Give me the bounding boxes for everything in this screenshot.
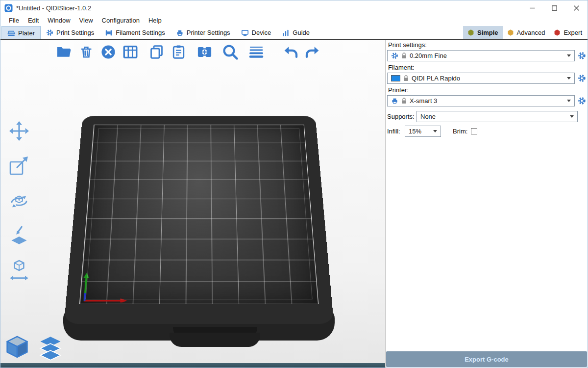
infill-brim-row: Infill: 15% Brim: — [387, 126, 586, 137]
minimize-button[interactable] — [521, 0, 543, 15]
tab-print-settings[interactable]: Print Settings — [41, 26, 99, 39]
menu-file[interactable]: File — [4, 15, 24, 26]
advanced-mode-icon — [507, 29, 514, 36]
search-button[interactable] — [221, 43, 239, 61]
mode-label: Expert — [564, 29, 582, 36]
main-area: Print settings: 0.20mm Fine — [0, 40, 588, 368]
search-icon — [221, 43, 239, 61]
undo-icon — [282, 44, 299, 60]
filament-combo[interactable]: QIDI PLA Rapido — [387, 73, 575, 84]
delete-all-icon — [100, 44, 117, 60]
printer-combo[interactable]: X-smart 3 — [387, 95, 575, 106]
mode-simple[interactable]: Simple — [463, 26, 503, 39]
tab-device[interactable]: Device — [236, 26, 277, 39]
guide-icon — [282, 29, 290, 37]
brim-checkbox[interactable] — [471, 128, 477, 134]
infill-combo[interactable]: 15% — [405, 126, 441, 137]
window-title: *Untitled - QIDISlicer-1.0.2 — [16, 4, 91, 12]
print-settings-combo[interactable]: 0.20mm Fine — [387, 50, 575, 61]
tab-bar: Plater Print Settings Filament Settings — [0, 26, 588, 40]
gear-icon — [578, 97, 586, 105]
add-instance-icon — [196, 44, 213, 60]
tab-label: Guide — [293, 29, 310, 36]
menu-window[interactable]: Window — [43, 15, 74, 26]
infill-value: 15% — [409, 128, 421, 135]
tab-label: Printer Settings — [187, 29, 230, 36]
export-gcode-button[interactable]: Export G-code — [386, 351, 587, 367]
close-icon — [574, 5, 579, 11]
menu-configuration[interactable]: Configuration — [98, 15, 144, 26]
filament-gear-button[interactable] — [578, 74, 586, 82]
tab-printer-settings[interactable]: Printer Settings — [171, 26, 236, 39]
mode-switcher: Simple Advanced Expert — [463, 26, 587, 39]
filament-label: Filament: — [388, 64, 586, 71]
undo-button[interactable] — [282, 43, 299, 61]
dropdown-arrow-icon — [567, 100, 571, 102]
rotate-button[interactable] — [6, 188, 32, 213]
add-instance-button[interactable] — [196, 43, 213, 61]
device-icon — [241, 29, 249, 37]
lock-icon — [403, 75, 409, 81]
redo-icon — [304, 44, 321, 60]
3d-view-button[interactable] — [3, 334, 31, 361]
minimize-icon — [530, 5, 535, 11]
filament-row: QIDI PLA Rapido — [387, 73, 586, 84]
measure-icon — [7, 257, 31, 284]
layers-lines-icon — [248, 44, 265, 60]
menu-bar: File Edit Window View Configuration Help — [0, 15, 588, 26]
gear-icon — [578, 52, 586, 60]
paste-button[interactable] — [170, 43, 187, 61]
scale-icon — [7, 154, 31, 178]
bed-scene — [0, 40, 385, 368]
maximize-icon — [552, 5, 557, 11]
menu-edit[interactable]: Edit — [24, 15, 43, 26]
layers-view-icon — [38, 336, 63, 361]
mode-label: Simple — [477, 29, 498, 36]
dropdown-arrow-icon — [567, 77, 571, 79]
title-bar: *Untitled - QIDISlicer-1.0.2 — [0, 0, 588, 15]
origin-axes-icon — [81, 267, 135, 302]
view-mode-buttons — [3, 334, 63, 361]
print-settings-row: 0.20mm Fine — [387, 50, 586, 61]
printer-gear-button[interactable] — [578, 97, 586, 105]
redo-button[interactable] — [304, 43, 321, 61]
supports-value: None — [420, 113, 436, 120]
print-settings-label: Print settings: — [388, 41, 586, 49]
tab-filament-settings[interactable]: Filament Settings — [99, 26, 170, 39]
infill-label: Infill: — [387, 128, 405, 135]
brim-label: Brim: — [453, 128, 467, 135]
tab-plater[interactable]: Plater — [1, 26, 41, 39]
supports-row: Supports: None — [387, 111, 586, 122]
mode-label: Advanced — [517, 29, 545, 36]
menu-view[interactable]: View — [75, 15, 98, 26]
place-on-face-button[interactable] — [6, 223, 32, 248]
layers-view-button[interactable] — [38, 336, 63, 361]
delete-all-button[interactable] — [99, 43, 117, 61]
import-button[interactable] — [55, 43, 73, 61]
tab-label: Filament Settings — [116, 29, 165, 36]
maximize-button[interactable] — [543, 0, 565, 15]
layer-editing-button[interactable] — [247, 43, 265, 61]
scale-button[interactable] — [6, 154, 32, 178]
gear-icon — [391, 52, 398, 59]
delete-button[interactable] — [77, 43, 95, 61]
lock-icon — [401, 98, 407, 104]
copy-button[interactable] — [147, 43, 165, 61]
settings-sidebar: Print settings: 0.20mm Fine — [385, 40, 588, 368]
tab-guide[interactable]: Guide — [276, 26, 315, 39]
mode-expert[interactable]: Expert — [549, 26, 587, 39]
measure-button[interactable] — [6, 258, 32, 283]
arrange-button[interactable] — [122, 43, 139, 61]
move-button[interactable] — [6, 119, 32, 143]
printer-bed — [64, 116, 334, 324]
print-settings-gear-button[interactable] — [578, 52, 586, 60]
menu-help[interactable]: Help — [144, 15, 166, 26]
simple-mode-icon — [467, 29, 474, 36]
printer-value: X-smart 3 — [410, 97, 437, 105]
mode-advanced[interactable]: Advanced — [503, 26, 550, 39]
close-button[interactable] — [565, 0, 588, 15]
gear-icon — [46, 29, 53, 36]
3d-viewport[interactable] — [0, 40, 385, 368]
filament-value: QIDI PLA Rapido — [412, 75, 460, 82]
supports-combo[interactable]: None — [416, 111, 578, 122]
